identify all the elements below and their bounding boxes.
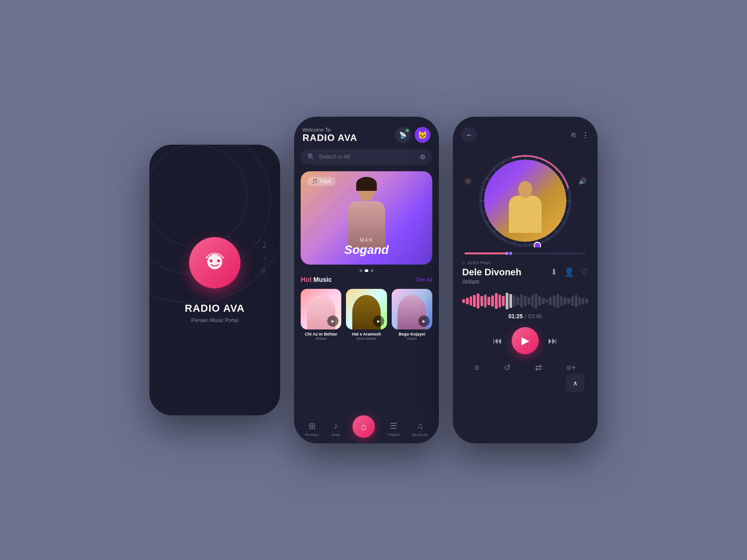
search-icon: 🔍	[307, 153, 315, 161]
card-3-title: Bego Kojayei	[392, 332, 432, 336]
svg-point-2	[217, 259, 220, 262]
card-2-image: ▶	[346, 289, 387, 329]
waveform	[462, 292, 588, 310]
card-2-artist: Aron Afshar	[346, 336, 387, 341]
add-queue-icon[interactable]: ≡+	[566, 363, 576, 373]
wave-bar	[557, 294, 559, 308]
wave-bar	[509, 294, 512, 308]
card-2-title: Hal e Aramesh	[346, 332, 387, 336]
volume-up-icon[interactable]: 🔊	[578, 177, 586, 185]
download-icon[interactable]: ⬇	[550, 267, 557, 277]
favorite-icon[interactable]: ♡	[581, 267, 588, 277]
wave-bar	[528, 297, 530, 305]
music-card-3[interactable]: ▶ Bego Kojayei Gisoo	[392, 289, 432, 341]
playlist-icon: ☰	[390, 421, 397, 431]
time-total: /	[525, 313, 526, 320]
radio-button[interactable]: 📡	[395, 127, 411, 143]
card-1-title: Chi Az In Behtar	[301, 332, 341, 336]
svg-point-1	[210, 259, 212, 262]
artist-icon: ♪	[334, 421, 338, 431]
artist-photo-container	[484, 160, 566, 242]
radio-icon: 📡	[399, 132, 407, 139]
player-art-section: 🔇 🔊	[453, 149, 598, 255]
nav-playlist[interactable]: ☰ Playlist	[388, 421, 399, 437]
track-artist: Ahllam	[462, 279, 550, 285]
wave-bar	[516, 297, 519, 305]
hot-section: Hot Music See All ▶ Chi Az In Behtar	[294, 276, 439, 346]
more-icon[interactable]: ⋮	[582, 131, 589, 140]
player-controls: ⏮ ▶ ⏭	[453, 320, 598, 359]
welcome-text: Welcome To	[303, 127, 358, 133]
dot-2	[365, 269, 368, 272]
wave-bar	[473, 295, 476, 307]
search-bar[interactable]: 🔍 ⚙	[301, 149, 432, 165]
wave-bar	[466, 298, 469, 304]
repeat-icon[interactable]: ↺	[504, 363, 511, 373]
wave-bar	[470, 296, 472, 306]
wave-bar	[546, 299, 549, 303]
track-badge: 🎵 Track	[307, 177, 336, 186]
main-screen: Welcome To RADIO AVA 📡 🐱 🔍 ⚙	[294, 117, 439, 443]
wave-bar	[585, 299, 588, 303]
card-2-play[interactable]: ▶	[373, 315, 384, 327]
wave-bar	[506, 293, 508, 309]
track-info-row: ▷ 15324 Plays Dele Divoneh Ahllam ⬇ 👤 ♡	[453, 260, 598, 285]
next-button[interactable]: ⏭	[548, 336, 557, 346]
browser-icon: ⊞	[309, 421, 316, 431]
music-cards-grid: ▶ Chi Az In Behtar Ahllam ▶	[301, 289, 432, 341]
nav-browser[interactable]: ⊞ Browser	[305, 421, 319, 437]
wave-bar	[582, 298, 585, 304]
wave-bar	[531, 295, 534, 307]
wave-bar	[513, 295, 516, 307]
share-icon[interactable]: ⎋	[571, 131, 576, 139]
svg-point-33	[507, 252, 511, 255]
add-user-icon[interactable]: 👤	[564, 267, 574, 277]
user-avatar[interactable]: 🐱	[415, 127, 430, 143]
wave-bar	[560, 296, 563, 306]
volume-slider[interactable]	[465, 252, 586, 255]
expand-button[interactable]: ∧	[566, 374, 585, 392]
nav-mymusic[interactable]: ♫ My Music	[412, 421, 428, 437]
wave-bar	[480, 296, 483, 306]
wave-bar	[524, 296, 527, 306]
search-input[interactable]	[319, 154, 420, 160]
wave-bar	[571, 296, 574, 306]
time-total-value: 03:46	[528, 313, 542, 320]
card-3-play[interactable]: ▶	[418, 315, 430, 327]
home-icon: ⌂	[361, 421, 366, 432]
wave-bar	[502, 296, 505, 306]
bottom-nav: ⊞ Browser ♪ Artist ⌂ ☰ Playlist ♫ My Mus…	[294, 416, 439, 443]
wave-bar	[564, 297, 566, 305]
filter-icon[interactable]: ⚙	[420, 153, 426, 161]
card-1-play[interactable]: ▶	[327, 315, 338, 327]
svg-point-0	[207, 254, 222, 269]
album-art	[479, 154, 572, 247]
wave-bar	[462, 299, 465, 303]
wave-bar	[477, 294, 479, 308]
prev-button[interactable]: ⏮	[493, 336, 502, 346]
volume-mute-icon[interactable]: 🔇	[464, 177, 472, 185]
volume-track	[465, 252, 586, 255]
wave-bar	[484, 294, 487, 308]
carousel-dots	[294, 269, 439, 272]
wave-bar	[542, 298, 545, 304]
music-notes-decoration: ♩ ♪ ♫	[260, 239, 266, 279]
see-all-button[interactable]: See All	[416, 277, 432, 282]
featured-info: MAN Sogand	[301, 238, 432, 257]
nav-artist[interactable]: ♪ Artist	[331, 421, 340, 437]
music-card-2[interactable]: ▶ Hal e Aramesh Aron Afshar	[346, 289, 387, 341]
plays-count: ▷ 15324 Plays	[462, 260, 550, 265]
main-title: RADIO AVA	[303, 133, 358, 143]
back-button[interactable]: ←	[461, 127, 477, 143]
wave-bar	[553, 295, 556, 307]
time-display: 01:25 / 03:46	[462, 313, 588, 320]
arc-decoration-3	[149, 145, 247, 247]
wave-bar	[549, 297, 552, 305]
nav-home[interactable]: ⌂	[352, 415, 375, 438]
featured-card[interactable]: 🎵 Track MAN Sogand	[301, 171, 432, 265]
shuffle-icon[interactable]: ⇄	[535, 363, 542, 373]
music-card-1[interactable]: ▶ Chi Az In Behtar Ahllam	[301, 289, 341, 341]
wave-bar	[578, 297, 581, 305]
play-pause-button[interactable]: ▶	[512, 327, 539, 354]
queue-icon[interactable]: ≡	[474, 363, 479, 373]
